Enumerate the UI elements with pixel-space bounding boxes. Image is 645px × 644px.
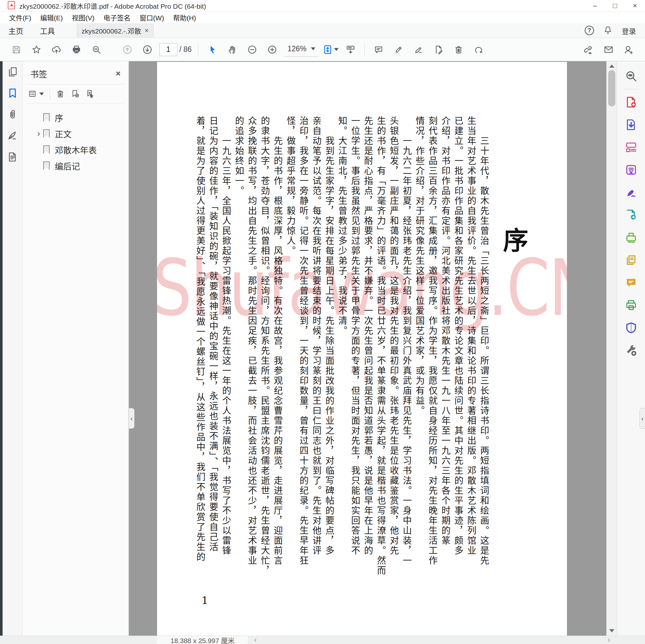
text-column-8: 生的书作，有「万毫齐力」的评语。我当时已廿六岁，不单篆隶需从头学起，就是楷书也写… [374,116,387,582]
scroll-left-arrow[interactable]: ‹ [254,635,257,644]
find-tool-icon[interactable] [621,66,641,86]
text-column-0: 三十年代，散木先生曾治「三长两短之斋」巨印。所谓三长指诗书印。两短指填词和绘画。… [477,116,490,582]
maximize-button[interactable]: □ [605,0,625,11]
save-button[interactable] [6,40,26,59]
menu-item-5[interactable]: 帮助(H) [169,11,201,24]
text-column-2: 已建立。一批书印作品集和各家研究先生艺术的专论文章也陆续问世。其中对先生的生平事… [451,116,464,582]
print-button[interactable] [66,40,86,59]
collapse-left-panel-handle[interactable]: ‹ [129,408,135,429]
menu-item-0[interactable]: 文件(F) [5,11,36,24]
signatures-icon[interactable] [3,125,23,146]
text-column-5: 情况，作些介绍，对于研究像先生这样一位爱国艺术家，或为有益。 [413,116,426,582]
chevron-down-icon [334,48,339,51]
scrolling-mode-button[interactable] [341,40,361,59]
delete-pages-button[interactable] [449,40,469,59]
bookmark-label: 序 [55,111,63,123]
close-button[interactable]: × [625,0,645,11]
bookmark-item-3[interactable]: 编后记 [23,157,128,174]
highlight-tool-button[interactable] [389,40,409,59]
document-tab-close-icon[interactable]: × [145,26,149,35]
comment-tool-button[interactable] [369,40,389,59]
print-production-icon[interactable] [621,295,641,316]
export-edit-tool-button[interactable] [429,40,449,59]
text-column-18: 众多挽联的书写，均出自先生之手。那时先生因足疾，已截去一肢，而社会活动也还不少，… [245,116,258,582]
notes-panel-icon[interactable] [3,146,23,168]
select-tool-button[interactable] [202,40,222,59]
send-email-button[interactable] [599,40,619,59]
share-send-icon[interactable] [621,205,641,225]
text-column-12: 我到先生家学字，安排在每星期日上午。先生除当面批改我的作业之外，对临写碑帖的要点… [322,116,336,582]
menu-item-1[interactable]: 编辑(E) [36,11,67,24]
text-column-3: 介绍，对书印作品亦有定评。河北美术出版社将邓散木先生一九一八年至一九六三年各个时… [439,116,451,582]
scroll-up-arrow[interactable] [609,64,614,68]
scrollbar-thumb[interactable] [608,70,615,106]
scan-ocr-icon[interactable] [621,227,641,248]
left-navigation-rail [0,61,23,636]
sign-in-link[interactable]: 登录 [622,25,636,36]
export-pdf-icon[interactable] [621,114,641,135]
vertical-scrollbar[interactable] [606,61,617,636]
favorite-star-button[interactable] [26,40,46,59]
scroll-down-arrow[interactable] [609,629,614,632]
minimize-button[interactable]: – [585,0,605,11]
bookmarks-panel-icon[interactable] [3,82,23,104]
more-tools-icon[interactable] [621,340,641,361]
bookmark-item-0[interactable]: 序 [23,109,128,125]
text-column-17: 的隶书大字，苍劲夺目，似曾相识。经询问，方知系先生所书。民盟主席沈钧儒老逝世，先… [258,116,271,582]
help-icon[interactable]: ? [585,26,594,35]
bookmark-item-1[interactable]: ›正文 [23,125,128,141]
expand-right-panel-handle[interactable]: ‹ [640,408,645,429]
hand-tool-button[interactable] [222,40,242,59]
tab-document[interactable]: zkys2000062.-.邓散... × [77,23,154,38]
bookmark-options-icon[interactable] [28,89,44,98]
share-link-button[interactable] [579,40,599,59]
tab-tools[interactable]: 工具 [32,23,63,38]
expander-chevron-icon[interactable]: › [34,128,43,138]
page-total-label: / 86 [179,45,192,54]
main-toolbar: / 86 126% [0,38,645,61]
fill-sign-tool-button[interactable] [409,40,429,59]
page-fit-button[interactable] [320,40,341,59]
status-bar: 18.388 x 25.997 厘米 ‹ › [0,636,645,644]
notifications-bell-icon[interactable] [603,25,613,36]
create-pdf-icon[interactable] [621,92,641,112]
fill-sign-icon[interactable] [621,182,641,203]
share-cloud-upload-button[interactable] [46,40,66,59]
vertical-text-body: 三十年代，散木先生曾治「三长两短之斋」巨印。所谓三长指诗书印。两短指填词和绘画。… [194,116,490,582]
share-with-people-button[interactable] [619,40,639,59]
bookmark-item-2[interactable]: 邓散木年表 [23,141,128,157]
menu-item-4[interactable]: 窗口(W) [135,11,169,24]
bookmark-ribbon-icon [43,162,50,170]
previous-page-button[interactable] [118,40,138,59]
window-title: zkys2000062.-邓散木印谱.pdf - Adobe Acrobat P… [19,1,206,11]
page-number-input[interactable] [159,43,177,56]
bookmarks-close-icon[interactable]: × [116,69,121,79]
left-edge-strip [0,61,3,636]
text-column-14: 治印，我多在一旁静听。记得一次先生曾经谈到，一天的刻印数量，曾有过四十方的纪录。… [297,116,309,582]
protect-icon[interactable] [621,317,641,338]
next-page-button[interactable] [138,40,157,59]
tab-home[interactable]: 主页 [0,23,32,38]
menu-item-3[interactable]: 电子签名 [99,11,135,24]
page-dimensions-label: 18.388 x 25.997 厘米 [157,636,248,644]
zoom-level-value: 126% [287,44,306,53]
page-thumbnails-icon[interactable] [3,61,23,82]
menu-item-2[interactable]: 视图(V) [67,11,99,24]
document-viewport[interactable]: Shufawang.CN 序 三十年代，散木先生曾治「三长两短之斋」巨印。所谓三… [129,61,606,636]
add-bookmark-icon[interactable] [71,89,80,98]
zoom-out-button[interactable] [242,40,262,59]
edit-pdf-icon[interactable] [621,137,641,157]
zoom-in-button[interactable] [262,40,282,59]
scroll-right-arrow[interactable]: › [608,635,610,644]
send-review-icon[interactable] [621,250,641,270]
expand-current-bookmark-icon[interactable] [85,89,94,98]
organize-pages-icon[interactable] [621,159,641,180]
delete-bookmark-icon[interactable] [56,89,65,98]
text-column-22: 着，就是为了使别人过得更美好」、「我愿永远做一个螺丝钉」，从这些作品中，我们不单… [194,116,206,582]
zoom-level-dropdown[interactable]: 126% [284,43,318,57]
attachments-icon[interactable] [3,104,23,125]
search-button[interactable] [86,40,106,59]
text-column-15: 怪，做事超乎常规，毅力惊人。 [284,116,297,582]
comment-panel-icon[interactable] [621,272,641,293]
redo-undo-button[interactable] [469,40,488,59]
